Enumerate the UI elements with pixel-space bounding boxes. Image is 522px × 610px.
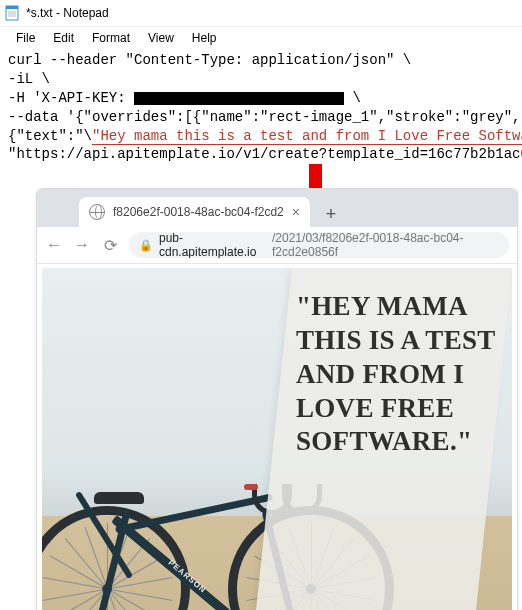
browser-tab[interactable]: f8206e2f-0018-48ac-bc04-f2cd2 × bbox=[79, 197, 310, 227]
code-line-1: curl --header "Content-Type: application… bbox=[8, 51, 514, 70]
code-line-5-prefix: {"text":"\ bbox=[8, 128, 92, 144]
svg-rect-1 bbox=[6, 6, 18, 9]
code-line-4: --data '{"overrides":[{"name":"rect-imag… bbox=[8, 108, 514, 127]
url-host: pub-cdn.apitemplate.io bbox=[159, 232, 266, 258]
menu-help[interactable]: Help bbox=[184, 29, 225, 47]
back-icon[interactable]: ← bbox=[45, 236, 63, 254]
tab-title: f8206e2f-0018-48ac-bc04-f2cd2 bbox=[113, 205, 284, 219]
url-path: /2021/03/f8206e2f-0018-48ac-bc04-f2cd2e0… bbox=[272, 232, 499, 258]
window-titlebar: *s.txt - Notepad bbox=[0, 0, 522, 27]
code-line-5: {"text":"\"Hey mama this is a test and f… bbox=[8, 127, 514, 146]
menu-bar: File Edit Format View Help bbox=[0, 27, 522, 51]
menu-file[interactable]: File bbox=[8, 29, 43, 47]
close-icon[interactable]: × bbox=[292, 205, 300, 219]
notepad-content[interactable]: curl --header "Content-Type: application… bbox=[0, 51, 522, 170]
browser-window: f8206e2f-0018-48ac-bc04-f2cd2 × + ← → ⟳ … bbox=[36, 188, 518, 610]
forward-icon[interactable]: → bbox=[73, 236, 91, 254]
bicycle-brand: PEARSON bbox=[167, 558, 208, 595]
menu-format[interactable]: Format bbox=[84, 29, 138, 47]
menu-view[interactable]: View bbox=[140, 29, 182, 47]
notepad-icon bbox=[4, 5, 20, 21]
address-bar[interactable]: 🔒 pub-cdn.apitemplate.io/2021/03/f8206e2… bbox=[129, 232, 509, 258]
window-title: *s.txt - Notepad bbox=[26, 6, 109, 20]
globe-icon bbox=[89, 204, 105, 220]
menu-edit[interactable]: Edit bbox=[45, 29, 82, 47]
code-line-3: -H 'X-API-KEY: \ bbox=[8, 89, 514, 108]
code-line-6: "https://api.apitemplate.io/v1/create?te… bbox=[8, 145, 514, 164]
browser-tabbar: f8206e2f-0018-48ac-bc04-f2cd2 × + bbox=[37, 189, 517, 227]
code-line-2: -iL \ bbox=[8, 70, 514, 89]
quote-text: "Hey mama this is a test and from I Love… bbox=[296, 290, 496, 459]
reload-icon[interactable]: ⟳ bbox=[101, 236, 119, 255]
code-line-3-suffix: \ bbox=[344, 90, 361, 106]
new-tab-button[interactable]: + bbox=[318, 201, 344, 227]
browser-toolbar: ← → ⟳ 🔒 pub-cdn.apitemplate.io/2021/03/f… bbox=[37, 227, 517, 264]
redacted-api-key bbox=[134, 92, 344, 105]
lock-icon: 🔒 bbox=[139, 239, 153, 252]
page-content: PEARSON "Hey mama this is a test and fro… bbox=[42, 268, 512, 610]
code-line-3-prefix: -H 'X-API-KEY: bbox=[8, 90, 134, 106]
code-highlight: "Hey mama this is a test and from I Love… bbox=[92, 128, 522, 145]
